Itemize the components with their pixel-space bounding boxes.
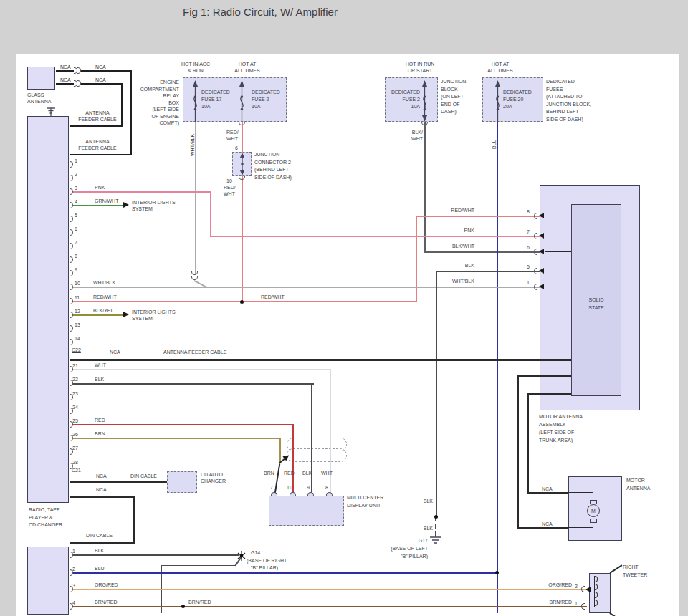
connector-label: C21	[72, 467, 81, 473]
label-line: DEDICATED	[201, 89, 230, 96]
wire-label: NCA	[542, 486, 553, 492]
arrow-line	[545, 287, 571, 287]
label-line: JUNCTION	[441, 78, 466, 86]
wire-label: BLK	[95, 376, 104, 382]
hot-in-acc-label: HOT IN ACC & RUN	[176, 61, 215, 74]
label-line: WHT	[224, 191, 236, 197]
wire-blk	[436, 271, 540, 272]
motor-antenna-assembly-label: MOTOR ANTENNA ASSEMBLY (LEFT SIDE OF TRU…	[539, 413, 583, 444]
ground-icon	[46, 104, 56, 116]
label-line: WHT	[405, 135, 423, 142]
label-line: 10A	[252, 103, 280, 110]
arrow-right-icon	[123, 312, 129, 317]
label-line: BEHIND LEFT	[546, 108, 591, 116]
wire-label: BLU	[95, 565, 105, 572]
pin-icon	[581, 586, 585, 592]
wire-blu	[497, 122, 498, 613]
pin-number: 7	[520, 228, 530, 235]
wire-brn	[70, 438, 281, 439]
engine-compartment-relay-box-label: ENGINE COMPARTMENT RELAY BOX (LEFT SIDE …	[119, 79, 179, 127]
cd-auto-changer-label: CD AUTO CHANGER	[201, 471, 226, 484]
arrow-line	[545, 251, 571, 252]
wire-pnk	[70, 191, 211, 193]
solid-state-label: SOLID STATE	[571, 296, 621, 312]
pin-number: 25	[72, 418, 78, 424]
wire-label: RED/ WHT	[224, 184, 236, 197]
motor-antenna-label: MOTOR ANTENNA	[626, 477, 650, 492]
wire-nca	[517, 375, 519, 529]
label-line: ANTENNA	[72, 110, 123, 116]
label-line: JUNCTION	[254, 151, 292, 159]
wire-label: NCA	[110, 349, 120, 355]
wire-label: NCA	[95, 77, 106, 83]
radio-lower-connector-box	[27, 547, 69, 615]
pin-number: 5	[520, 264, 530, 270]
wire-brn	[280, 438, 281, 463]
pin-icon	[307, 492, 314, 496]
label-line: BLK/	[405, 129, 423, 135]
label-line: ANTENNA	[626, 485, 650, 493]
label-line: "B" PILLAR)	[373, 552, 428, 560]
fuse-icon	[420, 79, 429, 122]
din-cable-wire	[70, 496, 134, 498]
wire-nca	[517, 527, 568, 529]
pin-number: 2	[575, 583, 578, 589]
arrow-left-icon	[539, 249, 544, 254]
wire-label: ORG/RED	[530, 582, 572, 588]
wire-label: BRN/RED	[95, 599, 118, 605]
page-title: Fig 1: Radio Circuit, W/ Amplifier	[183, 9, 338, 15]
pin-number: 13	[75, 322, 80, 328]
junction-connector-2-icon	[238, 153, 247, 175]
arrow-left-icon	[539, 233, 544, 239]
junction-connector-2-label: JUNCTION CONNECTOR 2 (BEHIND LEFT SIDE O…	[254, 151, 292, 181]
antenna-feeder-cable-label: ANTENNA FEEDER CABLE	[72, 138, 123, 151]
g17-ground-icon	[429, 534, 442, 544]
label-line: FUSE 2	[386, 96, 420, 103]
twisted-pair-icon	[287, 448, 347, 462]
pin-number: 9	[307, 484, 310, 491]
label-line: SOLID	[571, 296, 621, 304]
arrow-line	[545, 236, 571, 236]
pin-number: 27	[72, 445, 78, 451]
arrow-left-icon	[539, 268, 544, 274]
pin-number: 11	[75, 294, 80, 301]
label-line: COMPT)	[119, 120, 179, 127]
label-line: 10A	[386, 103, 420, 110]
hot-at-all-times-label: HOT AT ALL TIMES	[228, 61, 267, 74]
label-line: FUSE 17	[201, 96, 230, 103]
wire-label: BLK	[95, 547, 104, 554]
pin-number: 1	[575, 600, 578, 607]
wire-red-wht	[416, 216, 540, 217]
wire-label: GRN/WHT	[95, 198, 118, 204]
wire-label: NCA	[60, 64, 71, 70]
pin-number: 3	[72, 582, 75, 589]
label-line: ENGINE	[119, 79, 179, 86]
pin-number: 9	[75, 266, 77, 273]
multi-center-display-box	[269, 496, 344, 526]
label-line: FEEDER CABLE	[72, 145, 123, 151]
junction-dot	[495, 571, 499, 574]
label-line: (BEHIND LEFT	[254, 166, 292, 174]
wire-nca	[56, 83, 123, 85]
label-line: G17	[373, 536, 428, 544]
label-line: DEDICATED	[386, 89, 420, 96]
label-line: RED/	[224, 184, 236, 191]
wire-label: WHT/BLK	[424, 278, 474, 284]
label-line: CD AUTO	[201, 471, 226, 478]
label-line: JUNCTION BLOCK,	[546, 101, 591, 109]
pin-number: 28	[72, 459, 78, 466]
wire-label: BRN/RED	[530, 599, 572, 605]
label-line: HOT IN ACC	[176, 61, 215, 67]
label-line: PLAYER &	[29, 514, 62, 522]
label-line: G14	[251, 549, 287, 557]
wire-label: NCA	[542, 521, 553, 527]
dedicated-fuses-label: DEDICATED FUSES (ATTACHED TO JUNCTION BL…	[546, 78, 591, 123]
pin-number: 26	[72, 431, 78, 438]
g17-label: G17 (BASE OF LEFT "B" PILLAR)	[373, 536, 428, 560]
wire-wht	[70, 369, 331, 370]
label-line: & RUN	[176, 67, 215, 74]
label-line: CONNECTOR 2	[254, 159, 292, 167]
wire-org-red	[70, 589, 587, 590]
wire-label: RED/WHT	[424, 207, 474, 213]
pin-number: 5	[75, 212, 77, 218]
